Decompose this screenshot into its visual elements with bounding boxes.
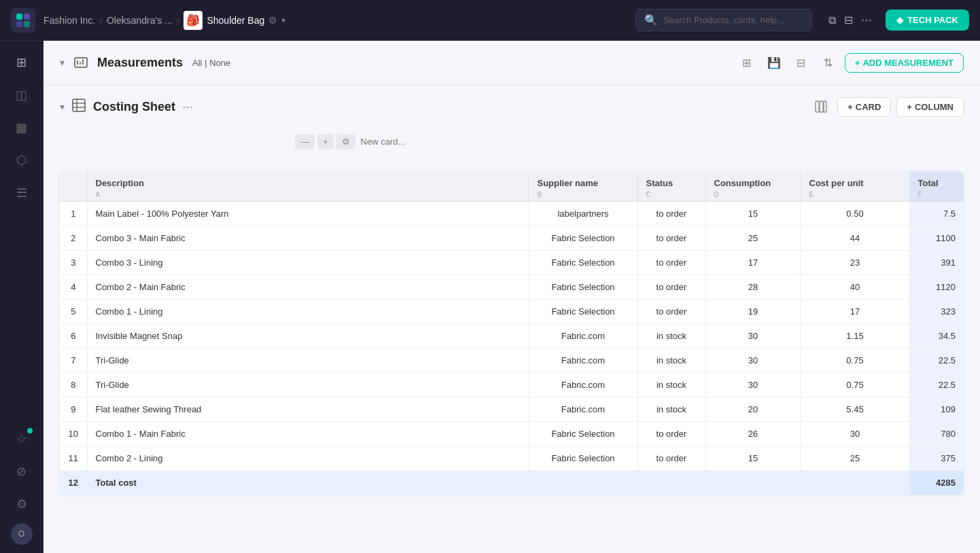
gear-icon[interactable]: ⚙ xyxy=(268,15,277,26)
cell-description[interactable]: Invisible Magnet Snap xyxy=(87,324,529,349)
cell-consumption[interactable]: 25 xyxy=(705,226,801,251)
cell-consumption[interactable]: 30 xyxy=(705,373,801,397)
measurements-filter[interactable]: All | None xyxy=(192,58,230,68)
measurements-table-btn[interactable]: ⊟ xyxy=(790,52,812,73)
cell-description[interactable]: Combo 3 - Lining xyxy=(87,251,529,275)
measurements-sort-btn[interactable]: ⇅ xyxy=(818,52,839,73)
company-name[interactable]: Fashion Inc. xyxy=(43,15,95,26)
cell-description[interactable]: Tri-Glide xyxy=(87,349,529,373)
sidebar-item-settings[interactable]: ⚙ xyxy=(8,490,35,518)
sidebar-item-notifications[interactable]: ⊘ xyxy=(8,458,35,485)
cell-supplier[interactable]: Fabric.com xyxy=(529,397,637,422)
cell-description[interactable]: Combo 3 - Main Fabric xyxy=(87,226,529,251)
new-card-settings-btn[interactable]: ⚙ xyxy=(336,134,355,149)
cell-consumption[interactable]: 30 xyxy=(705,349,801,373)
cell-status[interactable]: in stock xyxy=(637,324,705,349)
chevron-down-icon[interactable]: ▾ xyxy=(281,16,285,25)
filter-all[interactable]: All xyxy=(192,58,202,68)
new-card-input[interactable] xyxy=(361,137,969,147)
cell-consumption[interactable]: 19 xyxy=(705,300,801,324)
cell-description[interactable]: Combo 1 - Main Fabric xyxy=(87,422,529,446)
cell-status[interactable] xyxy=(637,471,705,495)
cell-consumption[interactable]: 26 xyxy=(705,422,801,446)
cell-supplier[interactable]: Fabric Selection xyxy=(529,226,637,251)
cell-cost-per-unit[interactable]: 17 xyxy=(801,300,909,324)
measurements-grid-view-btn[interactable]: ⊞ xyxy=(736,52,758,73)
add-card-button[interactable]: + CARD xyxy=(837,97,891,117)
costing-menu-icon[interactable]: ⋯ xyxy=(182,101,193,113)
cell-cost-per-unit[interactable]: 0.75 xyxy=(801,349,909,373)
cell-consumption[interactable] xyxy=(705,471,801,495)
sidebar-item-favorites[interactable]: ☆ xyxy=(8,425,35,452)
cell-supplier[interactable]: labelpartners xyxy=(529,202,637,226)
cell-status[interactable]: to order xyxy=(637,422,705,446)
cell-description[interactable]: Tri-Glide xyxy=(87,373,529,397)
cell-cost-per-unit[interactable]: 25 xyxy=(801,446,909,471)
cell-description[interactable]: Combo 2 - Lining xyxy=(87,446,529,471)
logo[interactable] xyxy=(11,8,35,33)
cell-supplier[interactable] xyxy=(529,471,637,495)
cell-cost-per-unit[interactable]: 5.45 xyxy=(801,397,909,422)
cell-supplier[interactable]: Fabric.com xyxy=(529,349,637,373)
cell-cost-per-unit[interactable]: 0.50 xyxy=(801,202,909,226)
cell-description[interactable]: Combo 2 - Main Fabric xyxy=(87,275,529,300)
filter-icon[interactable]: ⊟ xyxy=(844,14,853,26)
avatar[interactable]: O xyxy=(11,523,33,545)
product-name[interactable]: 🎒 Shoulder Bag ⚙ ▾ xyxy=(183,11,285,30)
cell-description[interactable]: Main Label - 100% Polyester Yarn xyxy=(87,202,529,226)
cell-supplier[interactable]: Fabric Selection xyxy=(529,446,637,471)
cell-supplier[interactable]: Fabric Selection xyxy=(529,422,637,446)
search-bar[interactable]: 🔍 xyxy=(635,9,812,31)
filter-none[interactable]: None xyxy=(209,58,230,68)
sidebar-item-grid[interactable]: ▦ xyxy=(8,114,35,141)
cell-supplier[interactable]: Fabric Selection xyxy=(529,300,637,324)
cell-status[interactable]: to order xyxy=(637,226,705,251)
sidebar-item-3d[interactable]: ⬡ xyxy=(8,147,35,174)
search-input[interactable] xyxy=(663,15,803,25)
cell-consumption[interactable]: 15 xyxy=(705,446,801,471)
cell-cost-per-unit[interactable]: 40 xyxy=(801,275,909,300)
more-icon[interactable]: ⋯ xyxy=(861,14,872,26)
cell-cost-per-unit[interactable]: 44 xyxy=(801,226,909,251)
cell-status[interactable]: to order xyxy=(637,202,705,226)
tech-pack-button[interactable]: ◈ TECH PACK xyxy=(886,10,969,31)
cell-status[interactable]: in stock xyxy=(637,349,705,373)
cell-status[interactable]: to order xyxy=(637,251,705,275)
costing-collapse-btn[interactable]: ▾ xyxy=(60,101,65,112)
cell-description[interactable]: Total cost xyxy=(87,471,529,495)
cell-description[interactable]: Combo 1 - Lining xyxy=(87,300,529,324)
cell-cost-per-unit[interactable]: 0.75 xyxy=(801,373,909,397)
cell-cost-per-unit[interactable] xyxy=(801,471,909,495)
sidebar-item-cards[interactable]: ◫ xyxy=(8,82,35,109)
add-column-button[interactable]: + COLUMN xyxy=(896,97,964,117)
cell-supplier[interactable]: Fabric Selection xyxy=(529,251,637,275)
cell-consumption[interactable]: 20 xyxy=(705,397,801,422)
measurements-title: Measurements xyxy=(97,56,183,70)
cell-supplier[interactable]: Fabric.com xyxy=(529,373,637,397)
cell-cost-per-unit[interactable]: 30 xyxy=(801,422,909,446)
cell-consumption[interactable]: 15 xyxy=(705,202,801,226)
new-card-minus-btn[interactable]: — xyxy=(295,134,315,149)
sidebar-item-list[interactable]: ☰ xyxy=(8,179,35,207)
measurements-collapse-btn[interactable]: ▾ xyxy=(60,57,65,68)
measurements-save-btn[interactable]: 💾 xyxy=(763,52,785,73)
cell-supplier[interactable]: Fabric.com xyxy=(529,324,637,349)
cell-status[interactable]: to order xyxy=(637,300,705,324)
add-measurement-button[interactable]: + ADD MEASUREMENT xyxy=(845,53,964,73)
copy-icon[interactable]: ⧉ xyxy=(828,14,836,26)
sidebar-item-home[interactable]: ⊞ xyxy=(8,49,35,76)
cell-consumption[interactable]: 30 xyxy=(705,324,801,349)
cell-cost-per-unit[interactable]: 1.15 xyxy=(801,324,909,349)
cell-status[interactable]: in stock xyxy=(637,373,705,397)
costing-columns-view-btn[interactable] xyxy=(810,96,832,118)
cell-cost-per-unit[interactable]: 23 xyxy=(801,251,909,275)
cell-status[interactable]: in stock xyxy=(637,397,705,422)
cell-supplier[interactable]: Fabric Selection xyxy=(529,275,637,300)
cell-status[interactable]: to order xyxy=(637,446,705,471)
workspace-name[interactable]: Oleksandra's ... xyxy=(107,15,173,26)
new-card-plus-btn[interactable]: + xyxy=(317,134,334,149)
cell-status[interactable]: to order xyxy=(637,275,705,300)
cell-consumption[interactable]: 28 xyxy=(705,275,801,300)
cell-description[interactable]: Flat leather Sewing Thread xyxy=(87,397,529,422)
cell-consumption[interactable]: 17 xyxy=(705,251,801,275)
